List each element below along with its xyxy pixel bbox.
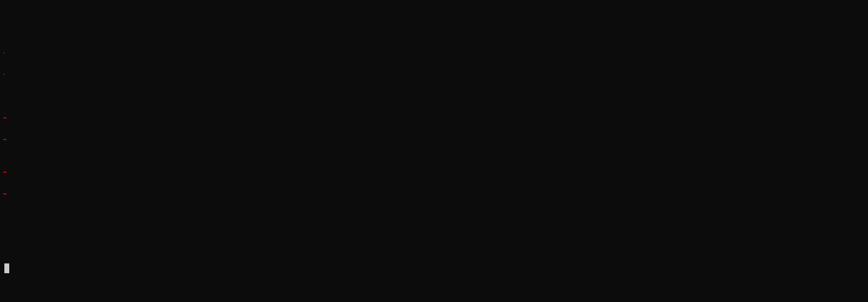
terminal-output[interactable] xyxy=(0,0,868,287)
cursor xyxy=(4,263,9,273)
